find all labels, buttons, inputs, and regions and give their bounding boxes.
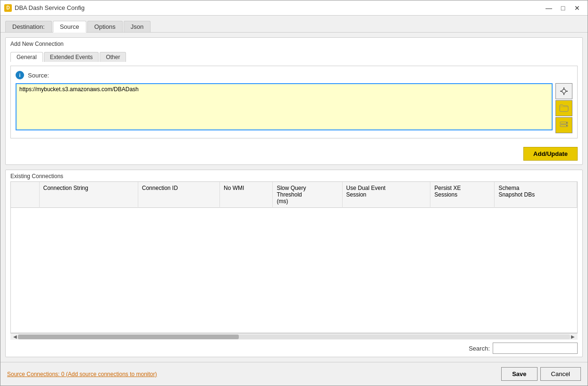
server-icon-button[interactable] [555, 117, 572, 133]
scroll-right-arrow[interactable]: ▶ [570, 334, 576, 339]
col-header-use-dual-event: Use Dual EventSession [342, 182, 430, 208]
add-new-connection-title: Add New Connection [6, 38, 582, 49]
svg-point-0 [562, 89, 566, 93]
inner-tab-general[interactable]: General [10, 52, 43, 62]
title-bar: D DBA Dash Service Config — □ ✕ [0, 0, 588, 16]
col-header-no-wmi: No WMI [220, 182, 273, 208]
scrollbar-thumb[interactable] [18, 335, 239, 339]
minimize-button[interactable]: — [542, 3, 555, 13]
inner-tab-bar: General Extended Events Other [10, 52, 578, 62]
window-title: DBA Dash Service Config [15, 4, 84, 11]
title-bar-left: D DBA Dash Service Config [4, 4, 84, 12]
svg-point-8 [566, 125, 567, 126]
connections-table: Connection String Connection ID No WMI S… [11, 182, 577, 208]
source-label: Source: [28, 72, 49, 79]
inner-tab-other[interactable]: Other [100, 52, 126, 62]
source-label-row: i Source: [16, 71, 572, 79]
close-button[interactable]: ✕ [571, 3, 584, 13]
source-textarea[interactable] [16, 83, 553, 130]
window-controls: — □ ✕ [542, 3, 584, 13]
add-new-connection-content: General Extended Events Other i Source: [6, 49, 582, 143]
col-header-rownum [11, 182, 39, 208]
content-area: Add New Connection General Extended Even… [0, 33, 588, 362]
existing-connections-box: Existing Connections Connection String C… [5, 170, 583, 357]
scrollbar-track[interactable] [18, 335, 570, 339]
col-header-connection-id: Connection ID [138, 182, 219, 208]
general-tab-content: i Source: [10, 66, 578, 138]
existing-connections-title: Existing Connections [6, 170, 582, 181]
add-update-row: Add/Update [6, 143, 582, 164]
main-window: D DBA Dash Service Config — □ ✕ Destinat… [0, 0, 588, 386]
add-new-connection-box: Add New Connection General Extended Even… [5, 37, 583, 165]
horizontal-scrollbar[interactable]: ◀ ▶ [10, 333, 578, 340]
main-tab-bar: Destination: Source Options Json [0, 16, 588, 33]
tab-json[interactable]: Json [124, 21, 151, 32]
footer: Source Connections: 0 (Add source connec… [0, 362, 588, 386]
col-header-slow-query: Slow QueryThreshold(ms) [273, 182, 342, 208]
search-label: Search: [469, 345, 490, 352]
inner-tab-extended-events[interactable]: Extended Events [44, 52, 99, 62]
tab-source[interactable]: Source [53, 21, 86, 33]
save-button[interactable]: Save [501, 367, 537, 381]
source-input-area [16, 83, 572, 133]
connections-table-wrapper[interactable]: Connection String Connection ID No WMI S… [10, 181, 578, 333]
col-header-schema-snapshot: SchemaSnapshot DBs [495, 182, 577, 208]
tab-options[interactable]: Options [87, 21, 123, 32]
tab-destination[interactable]: Destination: [5, 21, 52, 32]
scroll-left-arrow[interactable]: ◀ [12, 334, 18, 339]
folder-icon-button[interactable] [555, 100, 572, 116]
info-icon: i [16, 71, 24, 79]
plug-icon-button[interactable] [555, 83, 572, 99]
add-update-button[interactable]: Add/Update [523, 147, 578, 161]
footer-buttons: Save Cancel [501, 367, 581, 381]
app-icon: D [4, 4, 12, 12]
search-input[interactable] [493, 343, 578, 354]
table-header-row: Connection String Connection ID No WMI S… [11, 182, 577, 208]
cancel-button[interactable]: Cancel [540, 367, 581, 381]
maximize-button[interactable]: □ [556, 3, 570, 13]
search-row: Search: [6, 340, 582, 357]
col-header-persist-xe: Persist XESessions [430, 182, 495, 208]
icon-buttons [555, 83, 572, 133]
svg-point-7 [566, 122, 567, 123]
status-text[interactable]: Source Connections: 0 (Add source connec… [7, 371, 157, 377]
col-header-connection-string: Connection String [39, 182, 138, 208]
